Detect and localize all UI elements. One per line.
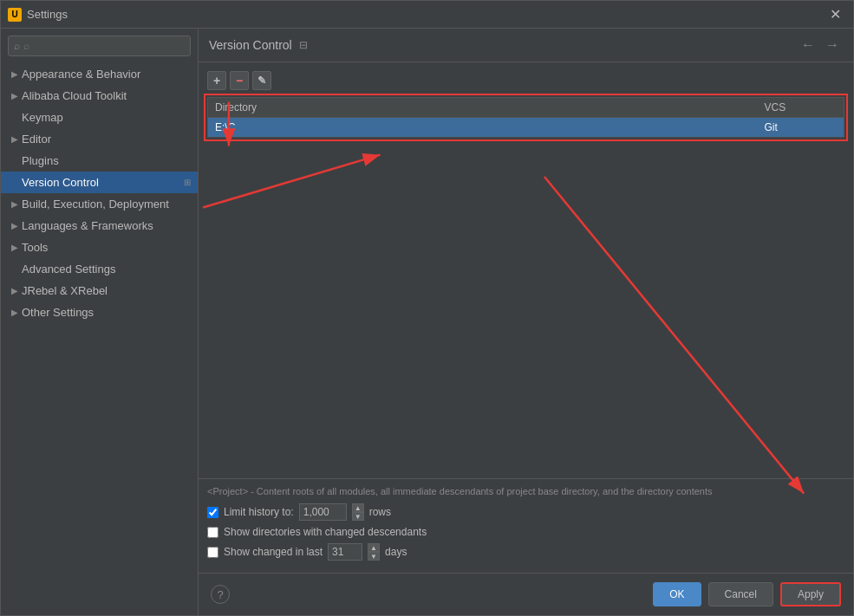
sidebar-item-label: Editor	[22, 133, 51, 146]
expand-arrow: ▶	[11, 243, 18, 252]
dialog-footer: ? OK Cancel Apply	[199, 573, 853, 615]
expand-arrow: ▶	[11, 221, 18, 230]
show-changed-spinner: ▲ ▼	[368, 543, 380, 561]
apply-button[interactable]: Apply	[780, 582, 841, 606]
settings-icon: ⊞	[184, 178, 191, 187]
sidebar-item-jrebel[interactable]: ▶ JRebel & XRebel	[1, 280, 198, 302]
pin-icon: ⊟	[299, 39, 308, 51]
expand-arrow: ▶	[11, 286, 18, 295]
cancel-button[interactable]: Cancel	[708, 582, 773, 606]
add-button[interactable]: +	[207, 71, 226, 90]
limit-history-spinner: ▲ ▼	[352, 503, 364, 521]
search-box[interactable]: ⌕	[8, 36, 191, 56]
sidebar-item-editor[interactable]: ▶ Editor	[1, 128, 198, 150]
expand-arrow: ▶	[11, 134, 18, 144]
limit-history-checkbox[interactable]	[207, 507, 218, 518]
sidebar-item-label: Appearance & Behavior	[22, 68, 140, 81]
sidebar-item-tools[interactable]: ▶ Tools	[1, 237, 198, 258]
limit-history-label: Limit history to:	[224, 506, 294, 518]
sidebar-item-label: Advanced Settings	[22, 263, 115, 276]
expand-arrow: ▶	[11, 69, 18, 79]
table-row[interactable]: E:\C Git	[208, 118, 844, 138]
expand-arrow: ▶	[11, 91, 18, 101]
spin-down2[interactable]: ▼	[368, 552, 380, 561]
sidebar-item-languages[interactable]: ▶ Languages & Frameworks	[1, 215, 198, 237]
spin-up[interactable]: ▲	[352, 503, 364, 512]
sidebar-item-other[interactable]: ▶ Other Settings	[1, 302, 198, 323]
titlebar: U Settings ✕	[1, 1, 853, 29]
sidebar-item-version-control[interactable]: ▶ Version Control ⊞	[1, 172, 198, 193]
sidebar: ⌕ ▶ Appearance & Behavior ▶ Alibaba Clou…	[1, 29, 199, 615]
sidebar-item-label: Build, Execution, Deployment	[22, 198, 169, 211]
footer-note: <Project> - Content roots of all modules…	[207, 486, 844, 496]
search-input[interactable]	[23, 40, 185, 52]
sidebar-item-label: Other Settings	[22, 306, 94, 319]
spin-down[interactable]: ▼	[352, 512, 364, 521]
spin-up2[interactable]: ▲	[368, 543, 380, 552]
close-button[interactable]: ✕	[825, 4, 846, 24]
panel-header: Version Control ⊟ ← →	[199, 29, 853, 62]
edit-button[interactable]: ✎	[252, 71, 271, 90]
sidebar-item-appearance[interactable]: ▶ Appearance & Behavior	[1, 63, 198, 85]
ok-button[interactable]: OK	[653, 582, 701, 606]
expand-arrow: ▶	[11, 308, 18, 317]
main-content: ⌕ ▶ Appearance & Behavior ▶ Alibaba Clou…	[1, 29, 853, 615]
app-icon: U	[8, 8, 22, 22]
show-changed-input[interactable]	[328, 543, 362, 561]
vcs-footer: <Project> - Content roots of all modules…	[199, 478, 853, 573]
cell-vcs: Git	[758, 118, 844, 138]
col-directory: Directory	[208, 98, 758, 118]
limit-history-suffix: rows	[369, 506, 391, 518]
limit-history-row: Limit history to: ▲ ▼ rows	[207, 503, 844, 521]
sidebar-item-alibaba[interactable]: ▶ Alibaba Cloud Toolkit	[1, 85, 198, 107]
panel-title: Version Control	[209, 38, 292, 52]
vcs-content: + − ✎ Directory VCS	[199, 62, 853, 478]
expand-arrow: ▶	[11, 199, 18, 209]
limit-history-input[interactable]	[299, 503, 347, 521]
settings-dialog: U Settings ✕ ⌕ ▶ Appearance & Behavior ▶…	[0, 0, 854, 616]
right-panel: Version Control ⊟ ← → + − ✎	[199, 29, 853, 615]
window-title: Settings	[27, 8, 825, 21]
show-dirs-checkbox[interactable]	[207, 527, 218, 538]
sidebar-item-label: Languages & Frameworks	[22, 219, 153, 232]
sidebar-item-label: JRebel & XRebel	[22, 284, 108, 297]
sidebar-item-label: Keymap	[22, 111, 63, 124]
show-changed-suffix: days	[385, 546, 407, 558]
sidebar-item-keymap[interactable]: ▶ Keymap	[1, 107, 198, 128]
show-dirs-label: Show directories with changed descendant…	[224, 526, 427, 538]
show-changed-label-prefix: Show changed in last	[224, 546, 323, 558]
sidebar-items: ▶ Appearance & Behavior ▶ Alibaba Cloud …	[1, 63, 198, 615]
help-button[interactable]: ?	[211, 585, 230, 604]
button-group: OK Cancel Apply	[653, 582, 841, 606]
sidebar-item-advanced[interactable]: ▶ Advanced Settings	[1, 258, 198, 280]
vcs-toolbar: + − ✎	[207, 71, 844, 90]
back-button[interactable]: ←	[798, 36, 818, 55]
vcs-table: Directory VCS E:\C Git	[207, 97, 844, 138]
search-icon: ⌕	[14, 40, 20, 52]
cell-directory: E:\C	[208, 118, 758, 138]
show-changed-row: Show changed in last ▲ ▼ days	[207, 543, 844, 561]
sidebar-item-label: Plugins	[22, 154, 59, 167]
show-changed-checkbox[interactable]	[207, 547, 218, 558]
sidebar-item-label: Alibaba Cloud Toolkit	[22, 89, 127, 102]
col-vcs: VCS	[758, 98, 844, 118]
panel-nav: ← →	[798, 36, 843, 55]
sidebar-item-plugins[interactable]: ▶ Plugins	[1, 150, 198, 172]
sidebar-item-build[interactable]: ▶ Build, Execution, Deployment	[1, 193, 198, 215]
remove-button[interactable]: −	[230, 71, 249, 90]
sidebar-item-label: Version Control	[22, 176, 99, 189]
show-dirs-row: Show directories with changed descendant…	[207, 526, 844, 538]
forward-button[interactable]: →	[822, 36, 843, 55]
sidebar-item-label: Tools	[22, 241, 48, 254]
